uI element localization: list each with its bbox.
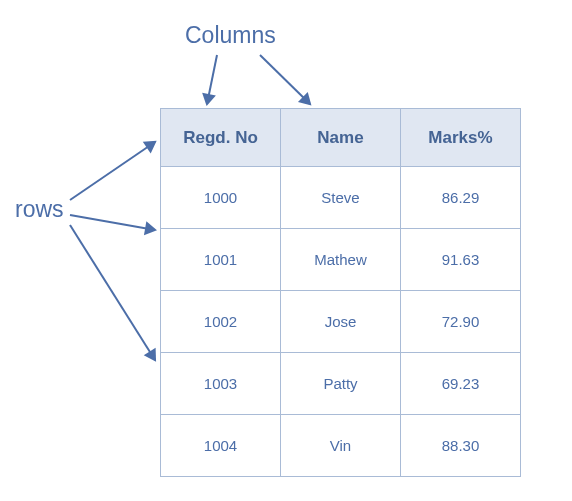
cell-name: Jose — [281, 291, 401, 353]
col-header-regd-no: Regd. No — [161, 109, 281, 167]
data-table: Regd. No Name Marks% 1000 Steve 86.29 10… — [160, 108, 521, 477]
rows-arrow-2 — [70, 215, 155, 230]
rows-arrow-1 — [70, 142, 155, 200]
table-row: 1003 Patty 69.23 — [161, 353, 521, 415]
cell-marks: 86.29 — [401, 167, 521, 229]
cell-name: Mathew — [281, 229, 401, 291]
columns-label: Columns — [185, 22, 276, 49]
columns-arrow-2 — [260, 55, 310, 104]
cell-name: Steve — [281, 167, 401, 229]
cell-regd-no: 1001 — [161, 229, 281, 291]
cell-regd-no: 1003 — [161, 353, 281, 415]
table-row: 1000 Steve 86.29 — [161, 167, 521, 229]
columns-arrow-1 — [207, 55, 217, 104]
cell-regd-no: 1000 — [161, 167, 281, 229]
table-row: 1002 Jose 72.90 — [161, 291, 521, 353]
cell-name: Vin — [281, 415, 401, 477]
rows-arrow-3 — [70, 225, 155, 360]
data-table-container: Regd. No Name Marks% 1000 Steve 86.29 10… — [160, 108, 521, 477]
cell-regd-no: 1004 — [161, 415, 281, 477]
col-header-marks: Marks% — [401, 109, 521, 167]
cell-regd-no: 1002 — [161, 291, 281, 353]
cell-marks: 91.63 — [401, 229, 521, 291]
cell-name: Patty — [281, 353, 401, 415]
cell-marks: 72.90 — [401, 291, 521, 353]
table-row: 1004 Vin 88.30 — [161, 415, 521, 477]
cell-marks: 69.23 — [401, 353, 521, 415]
table-header-row: Regd. No Name Marks% — [161, 109, 521, 167]
table-row: 1001 Mathew 91.63 — [161, 229, 521, 291]
col-header-name: Name — [281, 109, 401, 167]
cell-marks: 88.30 — [401, 415, 521, 477]
rows-label: rows — [15, 196, 64, 223]
